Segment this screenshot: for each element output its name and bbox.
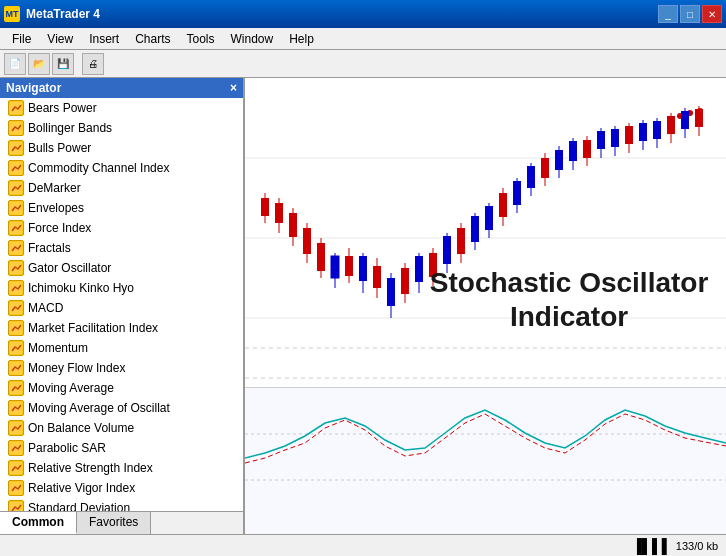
svg-rect-46 [345, 256, 353, 276]
nav-item-relative-strength-index[interactable]: Relative Strength Index [0, 458, 243, 478]
nav-item-envelopes[interactable]: Envelopes [0, 198, 243, 218]
menu-item-file[interactable]: File [4, 30, 39, 48]
nav-item-icon [8, 240, 24, 256]
menu-item-window[interactable]: Window [223, 30, 282, 48]
toolbar-print[interactable]: 🖨 [82, 53, 104, 75]
svg-rect-36 [275, 203, 283, 223]
nav-item-parabolic-sar[interactable]: Parabolic SAR [0, 438, 243, 458]
nav-item-standard-deviation[interactable]: Standard Deviation [0, 498, 243, 511]
svg-rect-78 [569, 141, 577, 161]
nav-item-icon [8, 460, 24, 476]
status-bar: ▐▌▌▌ 133/0 kb [0, 534, 726, 556]
svg-rect-70 [513, 181, 521, 205]
nav-item-label: Fractals [28, 241, 71, 255]
svg-rect-34 [261, 198, 269, 216]
svg-rect-64 [471, 216, 479, 242]
svg-rect-80 [583, 140, 591, 158]
status-icon: ▐▌▌▌ [632, 538, 672, 554]
svg-rect-95 [667, 116, 675, 134]
nav-item-force-index[interactable]: Force Index [0, 218, 243, 238]
restore-button[interactable]: □ [680, 5, 700, 23]
nav-item-bulls-power[interactable]: Bulls Power [0, 138, 243, 158]
chart-svg [245, 78, 726, 534]
menu-item-view[interactable]: View [39, 30, 81, 48]
navigator-tabs: Common Favorites [0, 511, 243, 534]
nav-item-label: DeMarker [28, 181, 81, 195]
navigator-header: Navigator × [0, 78, 243, 98]
svg-rect-40 [303, 228, 311, 254]
nav-item-label: Force Index [28, 221, 91, 235]
nav-item-label: Envelopes [28, 201, 84, 215]
nav-item-label: Moving Average of Oscillat [28, 401, 170, 415]
nav-item-label: Moving Average [28, 381, 114, 395]
nav-item-icon [8, 260, 24, 276]
toolbar-save[interactable]: 💾 [52, 53, 74, 75]
svg-rect-86 [625, 126, 633, 144]
menu-bar: FileViewInsertChartsToolsWindowHelp [0, 28, 726, 50]
nav-item-commodity-channel-index[interactable]: Commodity Channel Index [0, 158, 243, 178]
nav-item-label: Ichimoku Kinko Hyo [28, 281, 134, 295]
nav-item-bears-power[interactable]: Bears Power [0, 98, 243, 118]
tab-common[interactable]: Common [0, 512, 77, 534]
nav-item-icon [8, 220, 24, 236]
title-bar-controls: _ □ ✕ [658, 5, 722, 23]
tab-favorites[interactable]: Favorites [77, 512, 151, 534]
menu-item-insert[interactable]: Insert [81, 30, 127, 48]
svg-rect-50 [373, 266, 381, 288]
navigator-list[interactable]: Bears PowerBollinger BandsBulls PowerCom… [0, 98, 243, 511]
app-icon: MT [4, 6, 20, 22]
nav-item-on-balance-volume[interactable]: On Balance Volume [0, 418, 243, 438]
nav-item-market-facilitation-index[interactable]: Market Facilitation Index [0, 318, 243, 338]
svg-rect-76 [555, 150, 563, 170]
nav-item-momentum[interactable]: Momentum [0, 338, 243, 358]
status-size: 133/0 kb [676, 540, 718, 552]
nav-item-bollinger-bands[interactable]: Bollinger Bands [0, 118, 243, 138]
nav-item-label: MACD [28, 301, 63, 315]
toolbar-open[interactable]: 📂 [28, 53, 50, 75]
nav-item-label: Bulls Power [28, 141, 91, 155]
nav-item-icon [8, 480, 24, 496]
nav-item-label: Momentum [28, 341, 88, 355]
nav-item-label: Money Flow Index [28, 361, 125, 375]
svg-rect-44 [331, 256, 339, 278]
navigator-close-button[interactable]: × [230, 81, 237, 95]
nav-item-moving-average[interactable]: Moving Average [0, 378, 243, 398]
svg-rect-54 [401, 268, 409, 294]
title-bar-title: MetaTrader 4 [26, 7, 100, 21]
toolbar: 📄 📂 💾 🖨 [0, 50, 726, 78]
navigator-panel: Navigator × Bears PowerBollinger BandsBu… [0, 78, 245, 534]
minimize-button[interactable]: _ [658, 5, 678, 23]
svg-rect-74 [541, 158, 549, 178]
nav-item-demarker[interactable]: DeMarker [0, 178, 243, 198]
nav-item-icon [8, 380, 24, 396]
menu-item-help[interactable]: Help [281, 30, 322, 48]
navigator-title: Navigator [6, 81, 61, 95]
nav-item-label: On Balance Volume [28, 421, 134, 435]
nav-item-icon [8, 200, 24, 216]
nav-item-icon [8, 180, 24, 196]
nav-item-relative-vigor-index[interactable]: Relative Vigor Index [0, 478, 243, 498]
nav-item-moving-average-of-oscillat[interactable]: Moving Average of Oscillat [0, 398, 243, 418]
svg-rect-60 [443, 236, 451, 264]
nav-item-icon [8, 140, 24, 156]
svg-rect-58 [429, 253, 437, 277]
nav-item-gator-oscillator[interactable]: Gator Oscillator [0, 258, 243, 278]
svg-rect-90 [653, 121, 661, 139]
nav-item-macd[interactable]: MACD [0, 298, 243, 318]
menu-item-charts[interactable]: Charts [127, 30, 178, 48]
nav-item-label: Parabolic SAR [28, 441, 106, 455]
main-content: Navigator × Bears PowerBollinger BandsBu… [0, 78, 726, 534]
menu-item-tools[interactable]: Tools [179, 30, 223, 48]
svg-rect-48 [359, 256, 367, 281]
nav-item-icon [8, 360, 24, 376]
nav-item-ichimoku-kinko-hyo[interactable]: Ichimoku Kinko Hyo [0, 278, 243, 298]
nav-item-icon [8, 120, 24, 136]
toolbar-new[interactable]: 📄 [4, 53, 26, 75]
nav-item-money-flow-index[interactable]: Money Flow Index [0, 358, 243, 378]
nav-item-label: Relative Vigor Index [28, 481, 135, 495]
svg-rect-56 [415, 256, 423, 282]
close-button[interactable]: ✕ [702, 5, 722, 23]
svg-rect-66 [485, 206, 493, 230]
nav-item-icon [8, 280, 24, 296]
nav-item-fractals[interactable]: Fractals [0, 238, 243, 258]
